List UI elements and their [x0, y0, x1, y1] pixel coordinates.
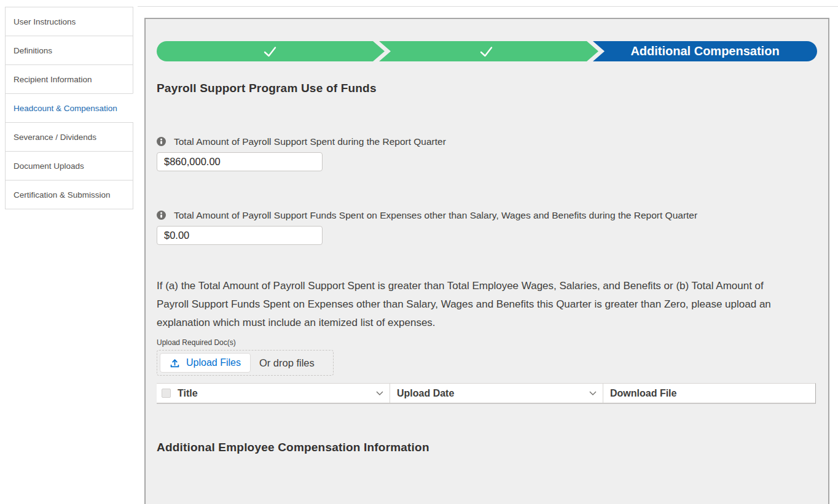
- funds-spent-other-expenses-input[interactable]: [157, 226, 323, 245]
- sidebar-item-label: Severance / Dividends: [14, 133, 96, 142]
- sidebar-item-label: Document Uploads: [14, 161, 84, 171]
- progress-step-1-complete[interactable]: [157, 41, 385, 61]
- select-all-checkbox[interactable]: [162, 389, 171, 398]
- sidebar-item-label: Certification & Submission: [14, 190, 111, 200]
- field-label: Total Amount of Payroll Support Funds Sp…: [174, 207, 697, 223]
- column-label: Title: [178, 388, 198, 399]
- upload-required-docs-label: Upload Required Doc(s): [157, 338, 817, 347]
- sidebar-item-user-instructions[interactable]: User Instructions: [5, 7, 133, 36]
- progress-step-3-current[interactable]: [593, 41, 817, 61]
- sidebar-item-severance-dividends[interactable]: Severance / Dividends: [5, 122, 133, 152]
- sidebar-item-headcount-compensation[interactable]: Headcount & Compensation: [5, 93, 133, 123]
- column-label: Download File: [610, 388, 676, 399]
- sidebar-item-document-uploads[interactable]: Document Uploads: [5, 151, 133, 180]
- content-panel: Additional Compensation Payroll Support …: [144, 18, 829, 504]
- sidebar: User Instructions Definitions Recipient …: [5, 7, 133, 209]
- field-funds-spent-other-expenses: Total Amount of Payroll Support Funds Sp…: [157, 207, 817, 245]
- upload-instruction-text: If (a) the Total Amount of Payroll Suppo…: [157, 277, 777, 332]
- chevron-down-icon[interactable]: [376, 391, 383, 395]
- progress-bar: Additional Compensation: [157, 41, 817, 61]
- section-title-use-of-funds: Payroll Support Program Use of Funds: [157, 82, 817, 95]
- sidebar-item-label: Headcount & Compensation: [14, 104, 117, 113]
- column-header-upload-date[interactable]: Upload Date: [390, 384, 603, 403]
- drop-files-text: Or drop files: [259, 357, 315, 369]
- sidebar-item-recipient-information[interactable]: Recipient Information: [5, 64, 133, 94]
- checkbox-cell: [157, 384, 175, 403]
- sidebar-item-label: User Instructions: [14, 17, 76, 26]
- upload-files-button[interactable]: Upload Files: [160, 353, 251, 373]
- field-total-payroll-support-spent: Total Amount of Payroll Support Spent du…: [157, 133, 817, 171]
- column-header-title[interactable]: Title: [175, 384, 390, 403]
- info-icon[interactable]: [157, 137, 166, 146]
- file-dropzone[interactable]: Upload Files Or drop files: [157, 350, 334, 376]
- chevron-down-icon[interactable]: [589, 391, 597, 395]
- column-header-download-file[interactable]: Download File: [603, 384, 815, 403]
- field-label: Total Amount of Payroll Support Spent du…: [174, 133, 446, 150]
- total-payroll-support-spent-input[interactable]: [157, 152, 323, 171]
- column-label: Upload Date: [397, 388, 454, 399]
- upload-button-label: Upload Files: [186, 357, 241, 368]
- top-divider: [138, 6, 838, 7]
- info-icon[interactable]: [157, 211, 166, 220]
- section-title-additional-compensation: Additional Employee Compensation Informa…: [157, 441, 817, 454]
- sidebar-item-label: Recipient Information: [14, 75, 92, 84]
- documents-table-header: Title Upload Date Download File: [157, 383, 816, 404]
- upload-icon: [170, 358, 180, 368]
- sidebar-item-certification-submission[interactable]: Certification & Submission: [5, 180, 133, 209]
- sidebar-item-definitions[interactable]: Definitions: [5, 36, 133, 65]
- sidebar-item-label: Definitions: [14, 46, 52, 55]
